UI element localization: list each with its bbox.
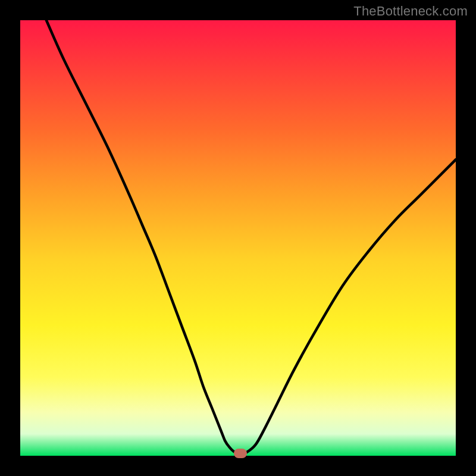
plot-area [20, 20, 456, 456]
watermark-text: TheBottleneck.com [353, 4, 468, 19]
minimum-marker [234, 449, 247, 458]
chart-frame: TheBottleneck.com [0, 0, 476, 476]
bottleneck-curve [20, 20, 456, 456]
